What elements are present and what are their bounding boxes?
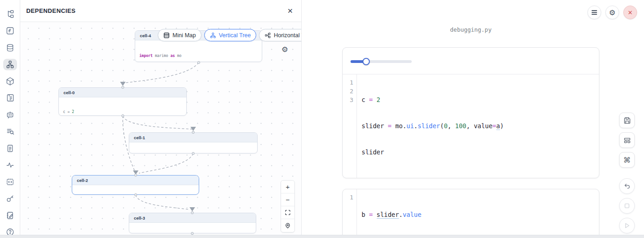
undo-button[interactable] [619,178,635,194]
node-title: cell-1 [129,133,257,142]
save-button[interactable] [619,113,635,128]
code-line: slider = mo.ui.slider(0, 100, value=a) [362,122,594,130]
snippets-icon[interactable] [3,142,17,154]
layout-toggle-button[interactable] [619,132,635,148]
graph-node-cell-2[interactable]: cell-2 f = 20 + c + b [72,175,199,195]
code-line: slider [362,148,594,157]
close-icon: ✕ [628,9,633,16]
dependencies-panel: DEPENDENCIES ✕ cell-4 import marimo as m… [20,0,302,238]
minimap-icon [163,32,170,39]
menu-button[interactable] [587,6,601,19]
line-number: 1 [343,78,353,87]
gear-icon: ⚙ [609,8,615,17]
fit-view-button[interactable] [281,206,294,219]
graph-node-cell-1[interactable]: cell-1 b = slider.value [129,132,258,153]
line-number: 1 [343,193,353,202]
location-pin-icon [285,223,291,229]
line-number: 2 [343,87,353,96]
code-line: c = 2 [362,96,594,104]
settings-button[interactable]: ⚙ [605,6,619,19]
notebook-filename: debugging.py [342,26,599,33]
chat-icon[interactable] [3,109,17,121]
notebook-cell: 1 2 3 c = 2 slider = mo.ui.slider(0, 100… [342,47,599,178]
documentation-icon[interactable] [3,92,17,104]
dependency-graph-canvas[interactable]: cell-4 import marimo as mo a = 20 cell-0… [20,22,301,238]
code-line: b = slider.value [362,210,594,219]
line-number: 3 [343,96,353,104]
helper-panel-iconbar [0,0,20,238]
graph-node-cell-0[interactable]: cell-0 c = 2 slider = mo.ui.slider(0, 10… [58,87,187,116]
slider-thumb[interactable] [362,58,370,65]
locate-pin-button[interactable] [281,219,294,232]
outputs-icon[interactable] [3,176,17,188]
hamburger-icon [592,10,597,14]
play-icon [624,222,630,229]
stop-icon [624,203,630,209]
layout-icon [623,136,631,144]
cell-editor[interactable]: 1 b = slider.value [343,189,599,238]
secrets-icon[interactable] [3,193,17,205]
save-icon [623,117,631,125]
graph-settings-gear-icon[interactable]: ⚙ [282,45,288,54]
stop-button[interactable] [619,198,635,214]
horizontal-tree-button[interactable]: Horizontal Tree [259,29,301,41]
undo-icon [623,182,631,190]
node-title: cell-2 [72,176,199,185]
node-title: cell-3 [129,213,256,223]
tracing-icon[interactable] [3,159,17,171]
logs-icon[interactable] [3,126,17,138]
graph-node-cell-3[interactable]: cell-3 print(f) [129,213,256,233]
graph-zoom-controls: + − [281,180,295,232]
slider-widget[interactable] [351,58,412,65]
datasources-icon[interactable] [3,42,17,54]
close-panel-icon[interactable]: ✕ [285,6,295,16]
notebook-area: ⚙ ✕ debugging.py 1 2 3 [302,0,644,238]
cell-output-slider [343,48,599,74]
bottom-scrollbar[interactable] [0,235,644,238]
node-title: cell-0 [59,88,186,97]
zoom-out-button[interactable]: − [281,193,294,206]
horizontal-tree-icon [264,32,271,39]
panel-title: DEPENDENCIES [26,7,75,14]
command-icon: ⌘ [623,156,631,164]
command-palette-button[interactable]: ⌘ [619,152,635,168]
dependencies-icon[interactable] [3,59,17,71]
cell-editor[interactable]: 1 2 3 c = 2 slider = mo.ui.slider(0, 100… [343,74,599,178]
graph-view-toolbar: Mini Map Vertical Tree Horizontal Tree [158,29,301,41]
vertical-tree-button[interactable]: Vertical Tree [204,29,256,41]
dependencies-panel-header: DEPENDENCIES ✕ [20,0,301,22]
scratchpad-icon[interactable] [3,210,17,221]
minimap-button[interactable]: Mini Map [158,29,201,41]
packages-icon[interactable] [3,75,17,87]
notebook-cell: 1 b = slider.value [342,189,599,238]
variables-icon[interactable] [3,25,17,37]
shutdown-button[interactable]: ✕ [623,6,637,19]
run-button[interactable] [619,218,635,233]
marimo-app: DEPENDENCIES ✕ cell-4 import marimo as m… [0,0,644,238]
file-tree-icon[interactable] [3,8,17,20]
notebook-action-rail: ⌘ [619,113,635,233]
zoom-in-button[interactable]: + [281,181,294,193]
window-controls: ⚙ ✕ [587,6,637,19]
vertical-tree-icon [210,32,216,39]
fit-view-icon [285,210,291,215]
